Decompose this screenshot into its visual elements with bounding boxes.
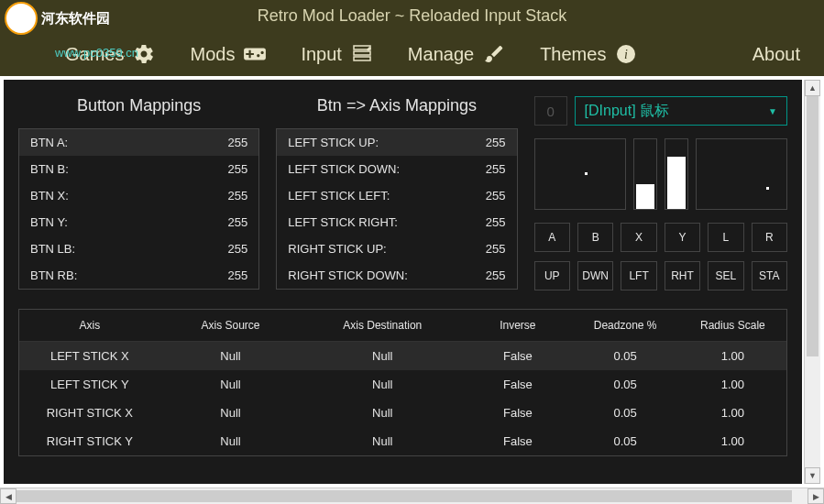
btn-y[interactable]: Y	[665, 223, 700, 252]
right-stick-viz	[696, 138, 787, 210]
header-dest: Axis Destination	[301, 310, 464, 341]
scroll-right-button[interactable]: ▶	[808, 488, 824, 504]
svg-text:i: i	[624, 48, 628, 61]
header-radius: Radius Scale	[679, 310, 786, 341]
nav-about[interactable]: About	[736, 32, 817, 76]
nav-mods[interactable]: Mods	[173, 32, 284, 76]
btn-up[interactable]: UP	[534, 261, 570, 290]
mapping-row-ls-left[interactable]: LEFT STICK LEFT:255	[277, 182, 516, 209]
mapping-row-btn-lb[interactable]: BTN LB:255	[19, 236, 258, 262]
nav-label: Mods	[190, 44, 235, 65]
app-title: Retro Mod Loader ~ Reloaded Input Stack	[0, 6, 824, 26]
hscroll-thumb[interactable]	[16, 490, 792, 502]
horizontal-scrollbar[interactable]: ◀ ▶	[0, 488, 824, 504]
axis-table: Axis Axis Source Axis Destination Invers…	[18, 309, 787, 456]
btn-sta[interactable]: STA	[752, 261, 787, 290]
scroll-left-button[interactable]: ◀	[0, 488, 16, 504]
scroll-track[interactable]	[805, 96, 820, 467]
scroll-down-button[interactable]: ▼	[805, 467, 820, 484]
axis-row-lsx[interactable]: LEFT STICK X Null Null False 0.05 1.00	[19, 342, 786, 370]
left-stick-viz	[534, 138, 626, 210]
mapping-row-ls-up[interactable]: LEFT STICK UP:255	[277, 129, 516, 156]
btn-a[interactable]: A	[534, 223, 570, 252]
btn-rht[interactable]: RHT	[665, 261, 700, 290]
scroll-thumb[interactable]	[807, 96, 819, 356]
btn-dwn[interactable]: DWN	[577, 261, 613, 290]
trigger-viz-1	[633, 138, 657, 210]
mapping-row-ls-down[interactable]: LEFT STICK DOWN:255	[277, 156, 516, 182]
hscroll-track[interactable]	[16, 488, 808, 504]
header-source: Axis Source	[160, 310, 302, 341]
watermark: 河东软件园	[5, 2, 110, 35]
nav-label: About	[753, 44, 800, 65]
btn-sel[interactable]: SEL	[708, 261, 743, 290]
header-axis: Axis	[19, 310, 160, 341]
btn-r[interactable]: R	[752, 223, 787, 252]
axis-table-header: Axis Axis Source Axis Destination Invers…	[19, 310, 786, 342]
watermark-text: 河东软件园	[41, 10, 110, 27]
button-mappings-title: Button Mappings	[18, 96, 259, 115]
watermark-url: www.pc0359.cn	[55, 46, 138, 60]
mapping-row-rs-down[interactable]: RIGHT STICK DOWN:255	[277, 262, 516, 289]
btn-b[interactable]: B	[577, 223, 613, 252]
device-dropdown[interactable]: [DInput] 鼠标 ▼	[575, 96, 787, 126]
mapping-row-btn-a[interactable]: BTN A:255	[19, 129, 258, 156]
axis-row-rsy[interactable]: RIGHT STICK Y Null Null False 0.05 1.00	[19, 427, 786, 455]
nav-manage[interactable]: Manage	[391, 32, 523, 76]
mapping-row-btn-b[interactable]: BTN B:255	[19, 156, 258, 182]
mapping-row-btn-rb[interactable]: BTN RB:255	[19, 262, 258, 289]
mapping-row-btn-x[interactable]: BTN X:255	[19, 182, 258, 209]
mapping-row-ls-right[interactable]: LEFT STICK RIGHT:255	[277, 209, 516, 236]
nav-label: Input	[301, 44, 341, 65]
info-icon: i	[613, 41, 639, 67]
content-area: Button Mappings BTN A:255 BTN B:255 BTN …	[4, 80, 802, 484]
input-viz-row	[534, 138, 787, 210]
watermark-logo	[5, 2, 38, 35]
axis-mappings-list: LEFT STICK UP:255 LEFT STICK DOWN:255 LE…	[276, 128, 517, 290]
mapping-row-btn-y[interactable]: BTN Y:255	[19, 209, 258, 236]
scroll-up-button[interactable]: ▲	[805, 80, 820, 96]
vertical-scrollbar[interactable]: ▲ ▼	[804, 80, 820, 484]
nav-input[interactable]: Input	[284, 32, 390, 76]
header-inverse: Inverse	[464, 310, 571, 341]
header-deadzone: Deadzone %	[572, 310, 679, 341]
nav-themes[interactable]: Themes i	[523, 32, 655, 76]
button-mappings-list: BTN A:255 BTN B:255 BTN X:255 BTN Y:255 …	[18, 128, 259, 290]
mapping-row-rs-up[interactable]: RIGHT STICK UP:255	[277, 236, 516, 262]
nav-label: Manage	[408, 44, 474, 65]
brush-icon	[481, 41, 507, 67]
chevron-down-icon: ▼	[768, 106, 777, 116]
nav-label: Themes	[540, 44, 606, 65]
device-selected: [DInput] 鼠标	[585, 102, 669, 121]
trigger-viz-2	[665, 138, 688, 210]
title-bar: 河东软件园 Retro Mod Loader ~ Reloaded Input …	[0, 0, 824, 32]
btn-l[interactable]: L	[708, 223, 743, 252]
device-index: 0	[534, 96, 567, 126]
btn-x[interactable]: X	[621, 223, 656, 252]
axis-mappings-title: Btn => Axis Mappings	[276, 96, 517, 115]
btn-lft[interactable]: LFT	[621, 261, 656, 290]
axis-row-rsx[interactable]: RIGHT STICK X Null Null False 0.05 1.00	[19, 399, 786, 427]
axis-row-lsy[interactable]: LEFT STICK Y Null Null False 0.05 1.00	[19, 370, 786, 399]
form-icon	[349, 41, 375, 67]
gamepad-icon	[242, 41, 268, 67]
